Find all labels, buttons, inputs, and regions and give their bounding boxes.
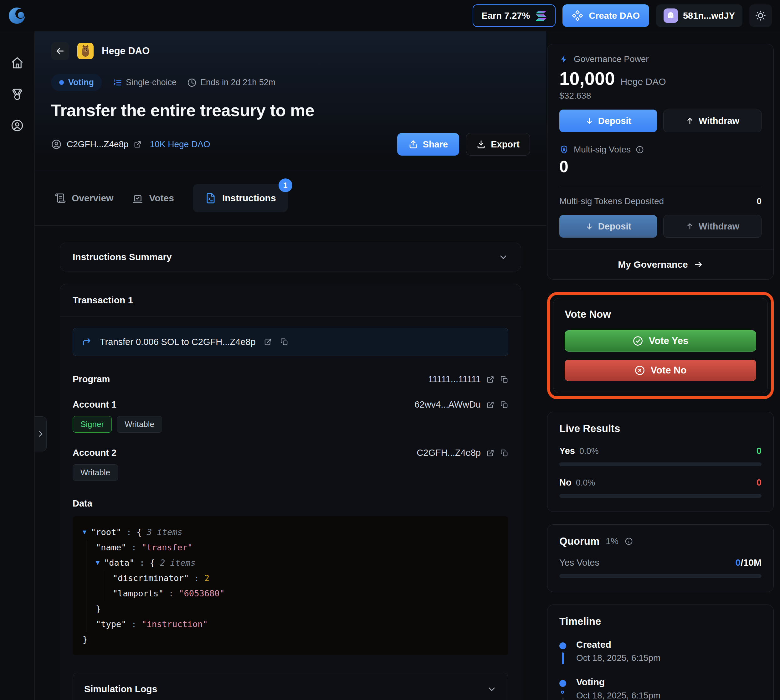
export-button-label: Export [491, 139, 520, 150]
json-line[interactable]: ▼"root" : { 3 items [83, 524, 498, 540]
timeline-item-label: Voting [576, 677, 660, 687]
yes-progress-bar [559, 462, 762, 466]
no-result-count: 0 [757, 477, 762, 488]
proposal-header: Hege DAO Voting Single-choice [35, 31, 546, 171]
list-ordered-icon [113, 78, 122, 87]
export-button[interactable]: Export [466, 133, 530, 156]
account1-block: Account 1 62wv4...AWwDu [73, 400, 508, 433]
account2-copy-icon[interactable] [500, 449, 508, 457]
deposit-button[interactable]: Deposit [559, 110, 657, 132]
governance-power-value: 10,000 [559, 68, 615, 89]
tab-votes[interactable]: Votes [132, 193, 174, 204]
create-dao-button[interactable]: Create DAO [562, 4, 649, 27]
instructions-summary-toggle[interactable]: Instructions Summary [60, 243, 521, 272]
simulation-logs-title: Simulation Logs [84, 684, 157, 694]
author-voting-power-link[interactable]: 10K Hege DAO [150, 139, 210, 149]
transfer-external-link-icon[interactable] [264, 338, 272, 346]
triangle-down-icon[interactable]: ▼ [96, 559, 100, 566]
account2-address[interactable]: C2GFH...Z4e8p [417, 448, 481, 458]
theme-toggle-button[interactable] [749, 4, 772, 27]
share-button[interactable]: Share [397, 133, 460, 156]
sun-icon [755, 10, 766, 21]
info-icon[interactable] [636, 145, 644, 154]
withdraw-button-label: Withdraw [698, 116, 739, 126]
phantom-wallet-icon [663, 8, 678, 23]
share-button-label: Share [423, 139, 448, 150]
home-icon[interactable] [11, 57, 24, 70]
vote-yes-button[interactable]: Vote Yes [565, 330, 756, 352]
dao-name: Hege DAO [102, 45, 150, 57]
withdraw-button[interactable]: Withdraw [663, 110, 762, 132]
multisig-withdraw-button[interactable]: Withdraw [663, 215, 762, 238]
timeline-item-date: Oct 18, 2025, 6:15pm [576, 691, 660, 700]
my-governance-link[interactable]: My Governance [547, 250, 773, 279]
account1-copy-icon[interactable] [500, 401, 508, 409]
page: Earn 7.27% Create DAO [0, 0, 780, 700]
proposal-tabs: Overview Votes Ins [35, 171, 546, 226]
realms-logo-icon[interactable] [8, 7, 26, 24]
chevron-down-icon [498, 252, 508, 262]
circle-check-icon [633, 336, 643, 346]
timeline-card: Timeline Created Oct 18, 2025, 6:15pm [547, 605, 774, 700]
program-copy-icon[interactable] [500, 375, 508, 383]
timeline-ring-icon [561, 691, 564, 694]
account1-label: Account 1 [73, 400, 117, 410]
tab-overview[interactable]: Overview [55, 193, 113, 204]
wallet-button[interactable]: 581n...wdJY [656, 4, 742, 27]
medal-icon[interactable] [11, 88, 24, 101]
triangle-down-icon[interactable]: ▼ [83, 528, 87, 536]
program-address[interactable]: 11111...11111 [428, 374, 481, 385]
arrow-down-icon [585, 222, 594, 231]
yes-result-label: Yes [559, 446, 575, 456]
transfer-summary-text: Transfer 0.006 SOL to C2GFH...Z4e8p [100, 337, 256, 347]
program-external-link-icon[interactable] [487, 375, 495, 383]
json-line[interactable]: ▼"data" : { 2 items [96, 555, 498, 570]
governance-power-usd: $32.638 [559, 91, 762, 101]
arrow-right-icon [693, 260, 703, 269]
app-body: Hege DAO Voting Single-choice [0, 31, 780, 700]
author-external-link-icon[interactable] [133, 140, 142, 148]
timeline-connector [562, 697, 564, 700]
status-dot-icon [59, 80, 64, 85]
yes-result-count: 0 [757, 446, 762, 456]
solana-icon [535, 11, 547, 21]
governance-power-token: Hege DAO [620, 77, 666, 87]
timeline-item-created: Created Oct 18, 2025, 6:15pm [559, 639, 762, 677]
no-progress-bar [559, 494, 762, 498]
circle-x-icon [635, 365, 645, 376]
arrow-down-icon [585, 117, 594, 125]
transfer-copy-icon[interactable] [280, 338, 288, 346]
user-circle-icon[interactable] [11, 119, 24, 132]
account1-address[interactable]: 62wv4...AWwDu [414, 400, 481, 410]
data-label: Data [73, 498, 508, 509]
info-icon[interactable] [625, 537, 633, 545]
vote-no-button[interactable]: Vote No [565, 360, 756, 381]
writable-badge: Writable [117, 416, 162, 433]
json-line: "type" : "instruction" [96, 617, 498, 632]
right-sidebar: Governance Power 10,000 Hege DAO $32.638… [546, 31, 780, 700]
instructions-summary-title: Instructions Summary [73, 252, 172, 262]
status-badge-label: Voting [68, 78, 94, 87]
wallet-address-label: 581n...wdJY [683, 11, 735, 21]
account1-external-link-icon[interactable] [487, 401, 495, 409]
yes-votes-label: Yes Votes [559, 558, 599, 568]
multisig-deposit-button[interactable]: Deposit [559, 215, 657, 238]
ends-in-label: Ends in 2d 21h 52m [200, 78, 275, 87]
vote-now-annotation-highlight: Vote Now Vote Yes [547, 292, 774, 399]
simulation-logs-toggle[interactable]: Simulation Logs [73, 673, 508, 700]
account2-external-link-icon[interactable] [487, 449, 495, 457]
json-line: } [96, 601, 498, 617]
transaction-title: Transaction 1 [60, 284, 521, 316]
author-address[interactable]: C2GFH...Z4e8p [67, 139, 128, 149]
yes-result-pct: 0.0% [579, 447, 599, 456]
back-button[interactable] [51, 42, 69, 60]
earn-button[interactable]: Earn 7.27% [473, 4, 556, 27]
no-result-label: No [559, 477, 572, 488]
dao-avatar[interactable] [77, 43, 93, 59]
status-badge: Voting [51, 74, 102, 91]
sidebar-expand-button[interactable] [35, 417, 47, 452]
arrow-up-icon [685, 117, 694, 125]
live-results-card: Live Results Yes 0.0% 0 No 0.0% [547, 412, 774, 512]
signer-badge: Signer [73, 416, 112, 433]
tab-instructions[interactable]: Instructions 1 [193, 184, 288, 212]
